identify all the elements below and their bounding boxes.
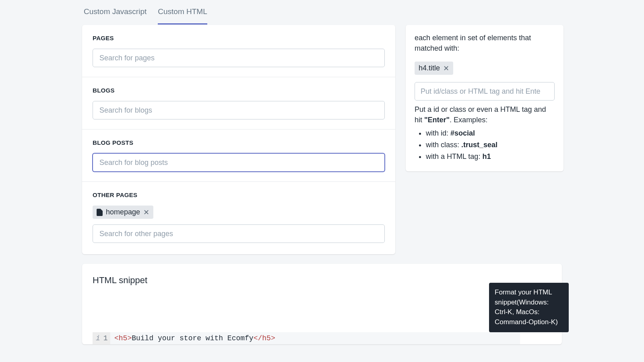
section-pages: PAGES (82, 25, 395, 77)
selector-examples: with id: #social with class: .trust_seal… (415, 128, 555, 162)
selector-intro: each element in set of elements that mat… (415, 33, 555, 53)
selector-input[interactable] (415, 82, 555, 101)
close-icon[interactable]: ✕ (443, 65, 449, 72)
section-title-pages: PAGES (93, 35, 385, 41)
example-class: with class: .trust_seal (426, 139, 555, 151)
section-title-blog-posts: BLOG POSTS (93, 139, 385, 146)
help-tail: . Examples: (450, 116, 487, 124)
search-other-pages-input[interactable] (93, 224, 385, 243)
search-blogs-input[interactable] (93, 101, 385, 119)
section-other-pages: OTHER PAGES homepage ✕ (82, 182, 395, 254)
example-id: with id: #social (426, 128, 555, 139)
targeting-card: PAGES BLOGS BLOG POSTS OTHER PAGES homep… (82, 25, 395, 254)
help-bold: "Enter" (424, 116, 450, 124)
selector-card: each element in set of elements that mat… (406, 25, 564, 171)
info-icon: i (96, 334, 100, 342)
tab-custom-html[interactable]: Custom HTML (158, 7, 207, 25)
section-blog-posts: BLOG POSTS (82, 130, 395, 182)
code-editor[interactable]: i 1 <h5>Build your store with Ecomfy</h5… (93, 332, 520, 344)
chip-label: h4.title (419, 64, 440, 72)
selector-help: Put a id or class or even a HTML tag and… (415, 105, 555, 125)
editor-gutter: i 1 (93, 332, 110, 344)
snippet-title: HTML snippet (93, 275, 551, 286)
chip-label: homepage (106, 208, 140, 216)
section-title-other-pages: OTHER PAGES (93, 191, 385, 198)
chip-selector[interactable]: h4.title ✕ (415, 62, 453, 75)
search-pages-input[interactable] (93, 49, 385, 67)
section-blogs: BLOGS (82, 77, 395, 130)
line-number: 1 (103, 334, 108, 342)
section-title-blogs: BLOGS (93, 87, 385, 94)
search-blog-posts-input[interactable] (93, 153, 385, 172)
code-line[interactable]: <h5>Build your store with Ecomfy</h5> (110, 334, 275, 342)
close-icon[interactable]: ✕ (143, 209, 149, 216)
tab-custom-js[interactable]: Custom Javascript (84, 7, 147, 25)
example-tag: with a HTML tag: h1 (426, 151, 555, 162)
page-icon (97, 209, 103, 216)
format-tooltip: Format your HTML snippet(Windows: Ctrl-K… (489, 283, 569, 332)
chip-homepage[interactable]: homepage ✕ (93, 206, 153, 219)
